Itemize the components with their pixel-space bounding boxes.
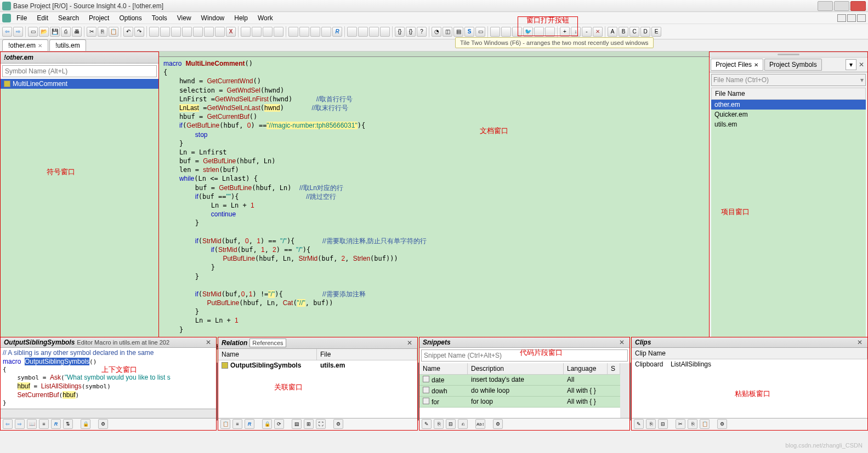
tb-btn-x5[interactable]: [534, 27, 544, 37]
tb-btn-x3[interactable]: [512, 27, 522, 37]
save-button[interactable]: 💾: [50, 27, 60, 37]
tb-btn-z2[interactable]: B: [619, 27, 628, 37]
minimize-button[interactable]: [818, 1, 833, 11]
clip-btn-1[interactable]: ✎: [634, 419, 644, 429]
symbol-item[interactable]: MultiLineComment: [1, 79, 158, 89]
clip-copy-button[interactable]: ⎘: [688, 419, 697, 429]
relation-close-button[interactable]: ✕: [405, 339, 414, 347]
copy-button[interactable]: ⎘: [98, 27, 107, 37]
tile-btn-2[interactable]: ◫: [442, 27, 452, 37]
tb-btn-x6[interactable]: [545, 27, 555, 37]
code-editor[interactable]: macro MultiLineComment() { hwnd = GetCur…: [159, 57, 709, 363]
tb-btn-o[interactable]: [310, 27, 320, 37]
snip-btn-3[interactable]: ⊟: [446, 419, 456, 429]
ctx-back-button[interactable]: ⇦: [3, 419, 13, 429]
menu-tools[interactable]: Tools: [147, 13, 172, 23]
rel-btn-r[interactable]: R: [245, 419, 254, 429]
menu-work[interactable]: Work: [253, 13, 277, 23]
relation-row[interactable]: OutputSiblingSymbols utils.em: [218, 360, 417, 370]
project-file-item[interactable]: Quicker.em: [711, 110, 866, 119]
undo-button[interactable]: ↶: [123, 27, 133, 37]
project-file-input[interactable]: File Name (Ctrl+O)▾: [711, 74, 866, 86]
tb-btn-k[interactable]: [263, 27, 273, 37]
tb-btn-f[interactable]: [204, 27, 214, 37]
menu-project[interactable]: Project: [84, 13, 114, 23]
snip-col-desc[interactable]: Description: [468, 363, 564, 374]
open-file-button[interactable]: 📂: [39, 27, 49, 37]
ctx-btn-3[interactable]: ⇅: [63, 419, 73, 429]
tb-btn-a[interactable]: [149, 27, 159, 37]
ctx-forward-button[interactable]: ⇨: [15, 419, 25, 429]
tb-btn-u[interactable]: [380, 27, 390, 37]
context-close-button[interactable]: ✕: [204, 339, 213, 346]
clip-cut-button[interactable]: ✂: [676, 419, 685, 429]
menu-window[interactable]: Window: [197, 13, 229, 23]
symbol-search-input[interactable]: [2, 65, 157, 77]
tb-btn-x4[interactable]: 🐦: [523, 27, 533, 37]
clips-close-button[interactable]: ✕: [855, 339, 864, 346]
tile-btn-1[interactable]: ◔: [432, 27, 441, 37]
file-tab-utils[interactable]: !utils.em: [49, 39, 86, 51]
snip-btn-2[interactable]: ⎘: [434, 419, 444, 429]
rel-btn-1[interactable]: 📋: [220, 419, 230, 429]
tb-btn-l[interactable]: [274, 27, 283, 37]
snip-btn-1[interactable]: ✎: [422, 419, 432, 429]
new-file-button[interactable]: ▭: [28, 27, 38, 37]
app-menu-icon[interactable]: [2, 14, 11, 22]
rel-gear-button[interactable]: ⚙: [333, 419, 343, 429]
clip-row[interactable]: Clipboard ListAllSiblings: [632, 359, 867, 369]
snippets-vscroll[interactable]: [620, 363, 629, 418]
tab-project-symbols[interactable]: Project Symbols: [764, 59, 822, 71]
rel-view-3[interactable]: ⛶: [316, 419, 326, 429]
file-tab-other[interactable]: !other.em✕: [2, 39, 48, 51]
close-icon[interactable]: ✕: [38, 43, 42, 49]
mdi-restore-button[interactable]: [847, 14, 856, 22]
tb-btn-w[interactable]: {}: [406, 27, 416, 37]
clip-btn-3[interactable]: ⊟: [658, 419, 668, 429]
tb-btn-x2[interactable]: [501, 27, 511, 37]
tb-btn-y2[interactable]: ↓: [571, 27, 581, 37]
menu-file[interactable]: File: [12, 13, 31, 23]
rel-btn-2[interactable]: ≡: [232, 419, 242, 429]
ctx-gear-button[interactable]: ⚙: [98, 419, 108, 429]
tb-btn-z5[interactable]: E: [651, 27, 661, 37]
relation-col-name[interactable]: Name: [218, 349, 317, 360]
snippet-row[interactable]: dowhdo while loopAll with { }: [419, 386, 620, 397]
ctx-btn-r[interactable]: R: [51, 419, 61, 429]
tb-btn-g[interactable]: [215, 27, 225, 37]
tb-btn-z4[interactable]: D: [640, 27, 650, 37]
project-tab-dropdown[interactable]: ▾: [846, 59, 856, 70]
back-button[interactable]: ⇦: [2, 27, 12, 37]
relation-col-file[interactable]: File: [317, 349, 417, 360]
mdi-close-button[interactable]: [857, 14, 866, 22]
snip-btn-ab[interactable]: Ab↕: [475, 419, 485, 429]
ctx-btn-2[interactable]: ≡: [39, 419, 49, 429]
project-file-item[interactable]: other.em: [711, 100, 866, 110]
print-button[interactable]: 🖶: [72, 27, 82, 37]
tb-btn-d[interactable]: [182, 27, 192, 37]
tb-btn-t[interactable]: [369, 27, 379, 37]
snip-col-name[interactable]: Name: [419, 363, 468, 374]
snippet-search-input[interactable]: [421, 349, 628, 362]
close-icon[interactable]: ✕: [754, 62, 758, 68]
snip-gear-button[interactable]: ⚙: [493, 419, 503, 429]
tb-btn-q[interactable]: R: [332, 27, 342, 37]
forward-button[interactable]: ⇨: [13, 27, 23, 37]
tb-btn-r[interactable]: [347, 27, 357, 37]
menu-view[interactable]: View: [173, 13, 196, 23]
tb-btn-s[interactable]: [358, 27, 368, 37]
chevron-down-icon[interactable]: ▾: [860, 76, 864, 84]
close-button[interactable]: [850, 1, 866, 11]
cut-button[interactable]: ✂: [87, 27, 97, 37]
clip-paste-button[interactable]: 📋: [700, 419, 710, 429]
snippet-row[interactable]: forfor loopAll with { }: [419, 397, 620, 408]
clip-col-name[interactable]: Clip Name: [632, 348, 867, 359]
tb-btn-y1[interactable]: +: [560, 27, 570, 37]
maximize-button[interactable]: [834, 1, 849, 11]
rel-lock-button[interactable]: 🔒: [262, 419, 272, 429]
snip-col-lang[interactable]: Language: [564, 363, 608, 374]
tile-btn-3[interactable]: ▤: [453, 27, 463, 37]
project-file-item[interactable]: utils.em: [711, 119, 866, 129]
snippets-close-button[interactable]: ✕: [617, 339, 626, 346]
tb-btn-h[interactable]: X: [226, 27, 236, 37]
